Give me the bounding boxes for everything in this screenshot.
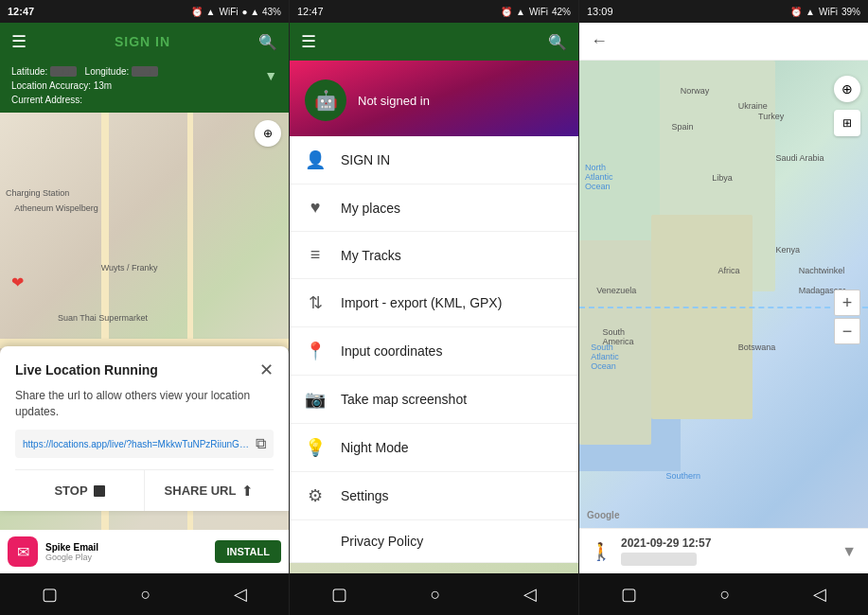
heart-pin: ❤ — [11, 273, 24, 291]
wifi-icon-p3: WiFi — [819, 7, 838, 17]
menu-item-mytracks[interactable]: ≡ My Tracks — [290, 232, 578, 279]
location-bar: Latitude: ■■ Longitude: ■■ Location Accu… — [0, 61, 289, 113]
map-label-4: Charging Station — [6, 188, 69, 198]
label-libya: Libya — [712, 173, 733, 183]
share-icon: ⬆ — [241, 483, 254, 500]
status-bar-p1: 12:47 ⏰ ▲ WiFi ● ▲ 43% — [0, 0, 289, 23]
menu-item-screenshot[interactable]: 📷 Take map screenshot — [290, 376, 578, 424]
wifi-icon-p2: WiFi — [529, 7, 548, 17]
install-button[interactable]: INSTALL — [215, 540, 281, 563]
stop-square-icon — [94, 485, 105, 497]
menu-overlay: 🤖 Not signed in 👤 SIGN IN ♥ My places ≡ … — [290, 61, 578, 615]
target-icon[interactable]: ⊕ — [834, 76, 860, 102]
nav-circle-p2[interactable]: ○ — [431, 585, 441, 605]
stop-button[interactable]: STOP — [15, 470, 145, 511]
search-icon-p1[interactable]: 🔍 — [258, 33, 277, 51]
app-toolbar-p1: ☰ SIGN IN 🔍 — [0, 23, 289, 61]
status-time-p2: 12:47 — [297, 6, 324, 17]
signin-title: SIGN IN — [115, 34, 170, 49]
africa-land — [651, 215, 753, 420]
lon-label: Longitude: — [85, 66, 130, 77]
menu-item-myplaces[interactable]: ♥ My places — [290, 184, 578, 232]
menu-avatar: 🤖 — [305, 79, 346, 121]
chevron-down-icon[interactable]: ▼ — [264, 68, 277, 83]
signin-icon: 👤 — [305, 149, 326, 170]
ad-text: Spike Email Google Play — [45, 542, 207, 562]
nav-back-p1[interactable]: ◁ — [234, 584, 247, 605]
nav-bar-p3: ▢ ○ ◁ — [579, 573, 868, 615]
status-time-p1: 12:47 — [8, 6, 34, 17]
compass-icon[interactable]: ⊕ — [255, 120, 281, 147]
screenshot-label: Take map screenshot — [341, 392, 467, 407]
menu-item-inputcoords[interactable]: 📍 Input coordinates — [290, 327, 578, 376]
nightmode-label: Night Mode — [341, 440, 409, 455]
importexport-icon: ⇅ — [305, 292, 326, 313]
label-ukraine: Ukraine — [738, 101, 768, 111]
screenshot-icon: 📷 — [305, 389, 326, 410]
nav-back-p3[interactable]: ◁ — [813, 584, 826, 605]
label-north-atlantic: NorthAtlanticOcean — [585, 163, 613, 191]
live-location-dialog: Live Location Running ✕ Share the url to… — [0, 346, 289, 511]
menu-item-privacy[interactable]: Privacy Policy — [290, 520, 578, 563]
app-toolbar-p2: ☰ 🔍 — [290, 23, 578, 61]
alarm-icon: ⏰ — [191, 7, 203, 17]
hamburger-icon[interactable]: ☰ — [11, 31, 27, 52]
map-label-2: Wuyts / Franky — [101, 263, 158, 272]
nav-square-p3[interactable]: ▢ — [621, 584, 637, 605]
share-url-button[interactable]: SHARE URL ⬆ — [145, 470, 274, 511]
lat-label: Latitude: — [11, 66, 47, 77]
url-row: https://locations.app/live/?hash=MkkwTuN… — [15, 430, 274, 458]
alarm-icon-p3: ⏰ — [790, 7, 802, 17]
hamburger-icon-p2[interactable]: ☰ — [301, 31, 316, 52]
menu-item-nightmode[interactable]: 💡 Night Mode — [290, 424, 578, 472]
avatar-icon: 🤖 — [314, 89, 338, 112]
label-africa: Africa — [717, 266, 739, 275]
zoom-out-p3[interactable]: − — [834, 318, 860, 344]
timestamp-info: 2021-09-29 12:57 — [621, 536, 832, 567]
nav-circle-p1[interactable]: ○ — [141, 585, 151, 605]
settings-icon: ⚙ — [305, 485, 326, 506]
dialog-header: Live Location Running ✕ — [15, 360, 274, 380]
back-button-p3[interactable]: ← — [591, 31, 608, 51]
menu-item-settings[interactable]: ⚙ Settings — [290, 472, 578, 520]
label-spain: Spain — [672, 122, 694, 132]
share-url-label: SHARE URL — [165, 483, 237, 498]
map-area-p3[interactable]: Norway Ukraine Spain Turkey Libya Saudi … — [579, 61, 868, 573]
timestamp-blurred — [621, 553, 697, 566]
copy-icon[interactable]: ⧉ — [256, 435, 266, 452]
close-dialog-button[interactable]: ✕ — [259, 360, 274, 380]
label-southern-ocean: Southern — [666, 471, 701, 481]
label-kenya: Kenya — [775, 245, 800, 255]
share-url-text: https://locations.app/live/?hash=MkkwTuN… — [23, 439, 250, 449]
wifi-icon: WiFi — [219, 7, 238, 17]
dialog-actions: STOP SHARE URL ⬆ — [15, 469, 274, 511]
dialog-title: Live Location Running — [15, 362, 158, 378]
label-norway: Norway — [681, 86, 710, 96]
timestamp-date: 2021-09-29 12:57 — [621, 536, 832, 550]
nav-square-p1[interactable]: ▢ — [42, 584, 58, 605]
timestamp-chevron-icon[interactable]: ▼ — [841, 543, 857, 560]
nav-square-p2[interactable]: ▢ — [331, 584, 347, 605]
ad-title: Spike Email — [45, 542, 207, 553]
stop-label: STOP — [54, 483, 87, 498]
menu-item-importexport[interactable]: ⇅ Import - export (KML, GPX) — [290, 279, 578, 327]
search-icon-p2[interactable]: 🔍 — [548, 33, 567, 51]
privacy-label: Privacy Policy — [341, 534, 423, 549]
nav-bar-p2: ▢ ○ ◁ — [290, 573, 578, 615]
inputcoords-icon: 📍 — [305, 341, 326, 361]
menu-item-signin[interactable]: 👤 SIGN IN — [290, 136, 578, 184]
mytracks-label: My Tracks — [341, 248, 401, 263]
signal-icon-p2: ▲ — [516, 7, 525, 17]
ad-icon: ✉ — [8, 536, 38, 567]
layers-icon[interactable]: ⊞ — [834, 110, 860, 136]
label-botswana: Botswana — [738, 343, 776, 352]
address-label: Current Address: — [11, 95, 82, 105]
menu-body: 👤 SIGN IN ♥ My places ≡ My Tracks ⇅ Impo… — [290, 136, 578, 563]
nav-back-p2[interactable]: ◁ — [523, 584, 537, 605]
label-nachtwinkel: Nachtwinkel — [799, 266, 845, 275]
nav-circle-p3[interactable]: ○ — [720, 585, 731, 605]
lat-val: ■■ — [50, 66, 77, 77]
zoom-in-p3[interactable]: + — [834, 290, 860, 316]
menu-header: 🤖 Not signed in — [290, 61, 578, 136]
label-turkey: Turkey — [758, 112, 784, 121]
